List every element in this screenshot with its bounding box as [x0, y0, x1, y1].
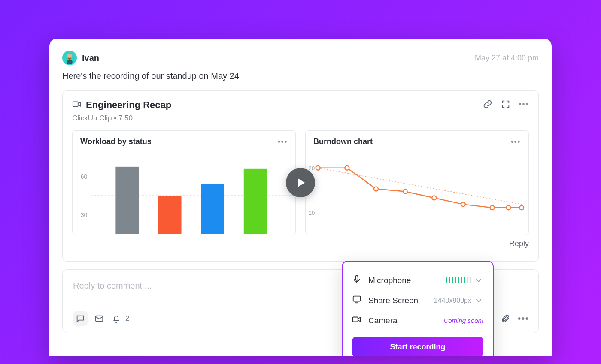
- clip-title: Engineering Recap: [86, 99, 171, 111]
- svg-rect-10: [244, 169, 267, 234]
- svg-point-21: [519, 205, 524, 210]
- mic-level: [446, 276, 483, 285]
- chevron-down-icon[interactable]: [474, 276, 483, 285]
- comment-timestamp: May 27 at 4:00 pm: [475, 54, 539, 63]
- clip-card: Engineering Recap ClickUp Clip • 7:50 ••…: [62, 90, 539, 262]
- line-chart: 20 10: [306, 153, 528, 234]
- svg-rect-31: [353, 317, 358, 322]
- screen-resolution: 1440x900px: [434, 297, 471, 304]
- start-recording-button[interactable]: Start recording: [352, 337, 483, 356]
- svg-rect-2: [67, 60, 73, 65]
- svg-point-16: [403, 190, 407, 194]
- chevron-down-icon[interactable]: [474, 296, 483, 305]
- link-icon[interactable]: [483, 99, 492, 109]
- avatar: [62, 51, 77, 65]
- svg-point-1: [67, 54, 72, 59]
- svg-point-15: [374, 187, 378, 191]
- svg-rect-30: [353, 296, 361, 301]
- clip-header: Engineering Recap ClickUp Clip • 7:50 ••…: [72, 99, 529, 123]
- svg-text:20: 20: [309, 165, 315, 171]
- play-button[interactable]: [286, 168, 315, 197]
- svg-text:10: 10: [309, 210, 315, 216]
- attachment-icon[interactable]: [501, 313, 511, 324]
- notification-count: 2: [125, 314, 129, 323]
- svg-rect-3: [73, 102, 78, 107]
- camera-icon: [352, 315, 362, 326]
- bell-icon[interactable]: [112, 313, 122, 324]
- chart-more-icon[interactable]: •••: [511, 138, 521, 146]
- camera-note: Coming soon!: [443, 317, 483, 324]
- expand-icon[interactable]: [501, 99, 510, 109]
- app-window: Ivan May 27 at 4:00 pm Here's the record…: [49, 39, 552, 356]
- svg-text:60: 60: [81, 173, 88, 180]
- author-block: Ivan: [62, 51, 99, 65]
- clip-preview: Workload by status ••• 60 30: [72, 130, 529, 235]
- screen-row[interactable]: Share Screen 1440x900px: [352, 290, 483, 310]
- screen-label: Share Screen: [368, 296, 428, 305]
- reply-button[interactable]: Reply: [509, 239, 529, 248]
- clip-meta: ClickUp Clip • 7:50: [72, 114, 171, 123]
- mail-icon[interactable]: [94, 313, 105, 324]
- recording-popover: Microphone Share Screen 1440x900px Camer…: [342, 261, 494, 356]
- svg-rect-7: [115, 167, 139, 234]
- svg-rect-29: [355, 276, 358, 280]
- comment-body: Here's the recording of our standup on M…: [62, 71, 539, 81]
- comment-icon[interactable]: [73, 311, 88, 326]
- svg-point-17: [432, 196, 436, 200]
- screen-icon: [352, 295, 362, 306]
- svg-text:30: 30: [81, 211, 88, 218]
- mic-row[interactable]: Microphone: [352, 270, 483, 290]
- svg-rect-9: [201, 184, 224, 234]
- mic-label: Microphone: [368, 276, 440, 285]
- camera-row: Camera Coming soon!: [352, 310, 483, 331]
- more-icon[interactable]: •••: [518, 313, 528, 324]
- microphone-icon: [352, 274, 362, 286]
- more-icon[interactable]: •••: [519, 100, 529, 108]
- workload-chart-card: Workload by status ••• 60 30: [72, 130, 296, 235]
- clip-actions: •••: [483, 99, 529, 109]
- svg-point-13: [316, 166, 320, 170]
- svg-point-14: [345, 166, 349, 170]
- comment-header: Ivan May 27 at 4:00 pm: [62, 51, 539, 65]
- author-name: Ivan: [82, 53, 99, 63]
- clip-icon: [72, 99, 82, 111]
- chart-more-icon[interactable]: •••: [278, 138, 288, 146]
- svg-point-19: [490, 205, 495, 210]
- chart-title: Burndown chart: [313, 137, 373, 146]
- chart-title: Workload by status: [80, 137, 152, 146]
- svg-rect-8: [158, 196, 182, 234]
- reply-link-row: Reply: [72, 239, 529, 248]
- bar-chart: 60 30: [73, 153, 295, 234]
- svg-point-18: [461, 202, 465, 206]
- camera-label: Camera: [368, 316, 437, 325]
- svg-point-20: [506, 205, 510, 210]
- burndown-chart-card: Burndown chart ••• 20 10: [305, 130, 529, 235]
